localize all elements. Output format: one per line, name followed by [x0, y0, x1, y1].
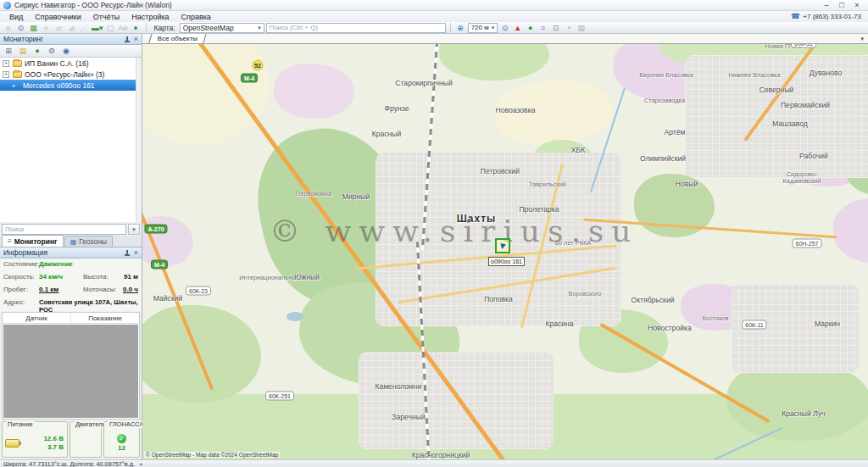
tree-scrollbar[interactable] [136, 58, 142, 222]
home-icon[interactable]: ⌂ [3, 23, 14, 33]
fullscreen-icon[interactable]: ⊡ [550, 23, 561, 33]
track-icon[interactable]: ≈ [41, 23, 52, 33]
global-search-input[interactable] [266, 23, 446, 33]
globe-icon[interactable]: ● [131, 23, 142, 33]
minimap-icon[interactable]: ▤ [576, 23, 587, 33]
toolbar-left-icons: ⌂⊙▦≈▱⊿⋰▬▾▢Ан● [3, 23, 142, 33]
left-panel: Мониторинг × ⊞▤●⚙◉ +ИП Ванин С.А. (16)+О… [0, 34, 142, 459]
folders-icon[interactable]: ▤ [17, 46, 29, 56]
toolbar-right-icons: ⊕720 м▾⊙▲●≡⊡◔▤ [455, 23, 587, 33]
check-icon: ✓ [117, 434, 126, 443]
map-place-label: Верхняя Власовка [639, 71, 693, 79]
search-icon[interactable]: ⊙ [15, 23, 26, 33]
folder-icon [13, 71, 22, 78]
tree-item-label: ИП Ванин С.А. (16) [25, 59, 88, 68]
report-icon[interactable]: ▦ [28, 23, 39, 33]
tree-group-row[interactable]: +ИП Ванин С.А. (16) [0, 58, 142, 69]
tree-search-input[interactable] [2, 224, 126, 235]
history-icon[interactable]: ◔ [563, 23, 574, 33]
height-value: 91 м [124, 273, 138, 281]
state-value: Движение [39, 260, 73, 268]
expand-icon[interactable]: + [3, 71, 9, 78]
map-place-label: Пролетарка [519, 205, 559, 214]
minimize-button[interactable]: – [819, 1, 834, 10]
geofence-icon[interactable]: ▱ [53, 23, 64, 33]
cursor-coordinates: Широта: 47.73113°с.ш. Долгота: 40.08757°… [3, 460, 135, 467]
vehicle-plate-label[interactable]: о090оо 161 [488, 257, 525, 266]
vehicle-menu-icon[interactable]: ▬▾ [92, 23, 103, 33]
tab-monitoring[interactable]: ≡Мониторинг [2, 235, 64, 247]
map-place-label: Красный [372, 130, 402, 138]
status-groups: Питание 12.6 В 3.7 В Двигатель ГЛОНАСС/G… [0, 420, 142, 459]
tree-unit-row[interactable]: ▸Mercedes о090оо 161 [0, 80, 142, 91]
map-provider-value: OpenStreetMap [183, 24, 234, 32]
expand-all-icon[interactable]: ⊞ [3, 46, 14, 56]
close-icon[interactable]: × [134, 249, 138, 257]
close-button[interactable]: × [849, 1, 865, 10]
road-badge: 52 [253, 60, 264, 71]
chevron-down-icon[interactable]: ▾ [860, 36, 864, 42]
map-provider-label: Карта: [154, 24, 175, 32]
road-badge: 60К-251 [265, 392, 294, 401]
map-place-label: Северный [760, 86, 794, 94]
hours-value[interactable]: 0.0 ч [123, 286, 138, 293]
pin-icon[interactable] [124, 249, 131, 257]
follow-icon[interactable]: ◉ [60, 46, 72, 56]
legend-icon[interactable]: ≡ [537, 23, 548, 33]
address-icon[interactable]: Ан [118, 23, 129, 33]
close-icon[interactable]: × [134, 36, 138, 43]
road-badge: М-4 [151, 260, 168, 270]
tab-geozones[interactable]: ▦Геозоны [64, 236, 113, 247]
main-toolbar: ⌂⊙▦≈▱⊿⋰▬▾▢Ан● Карта: OpenStreetMap ▾ ⊕72… [0, 22, 868, 34]
vehicle-marker[interactable]: ▼ [495, 238, 510, 253]
map-place-label: Каменоломни [375, 382, 421, 391]
monitor-icon[interactable]: ▢ [105, 23, 116, 33]
zoom-scale-icon[interactable]: ⊕ [455, 23, 466, 33]
speed-value: 34 км/ч [39, 273, 83, 281]
route-edit-icon[interactable]: ⋰ [79, 23, 90, 33]
mileage-value[interactable]: 0.1 км [39, 286, 83, 293]
show-position-icon[interactable]: ▲ [512, 23, 523, 33]
map-provider-select[interactable]: OpenStreetMap ▾ [180, 23, 264, 33]
chevron-down-icon[interactable]: ▾ [140, 461, 142, 467]
mileage-label: Пробег: [3, 286, 39, 293]
settings-icon[interactable]: ⚙ [46, 46, 58, 56]
vehicle-icon: ▸ [13, 82, 20, 89]
headset-icon: ☎ [791, 13, 800, 20]
menu-item-3[interactable]: Настройка [125, 13, 175, 21]
map-scale-select[interactable]: 720 м▾ [468, 23, 498, 33]
sensors-table: Датчик Показание [2, 312, 140, 420]
route-icon[interactable]: ⊿ [66, 23, 77, 33]
zoom-area-icon[interactable]: ⊙ [499, 23, 510, 33]
window-title: Сириус Навигатор - ООО Ресурс-Лайн (Wial… [14, 1, 172, 9]
globe-layers-icon[interactable]: ● [525, 23, 536, 33]
pin-icon[interactable] [124, 36, 131, 43]
expand-icon[interactable]: + [3, 60, 9, 67]
show-on-map-icon[interactable]: ● [31, 46, 43, 56]
map-place-label: Воровского [569, 290, 602, 297]
sensors-col-value[interactable]: Показание [70, 313, 139, 323]
map-place-label: Новостройка [648, 324, 692, 332]
gnss-satellite-count: 12 [118, 444, 125, 452]
maximize-button[interactable]: □ [834, 1, 849, 10]
power-voltage-backup: 3.7 В [47, 443, 64, 452]
sensors-col-sensor[interactable]: Датчик [3, 313, 70, 323]
menu-item-2[interactable]: Отчёты [87, 13, 125, 21]
map-place-label: Заречный [392, 413, 425, 421]
tab-all-objects[interactable]: Все объекты [148, 34, 207, 43]
monitoring-toolbar: ⊞▤●⚙◉ [0, 45, 142, 58]
address-label: Адрес: [3, 298, 39, 306]
tree-group-row[interactable]: +ООО «Ресурс-Лайн» (3) [0, 69, 142, 80]
list-icon: ≡ [8, 237, 12, 245]
map-tab-strip: Все объекты ▾ [142, 34, 868, 44]
map-place-label: Петровский [481, 167, 520, 175]
map-place-label: Красногорняцкий [412, 451, 470, 459]
menu-item-1[interactable]: Справочники [29, 13, 87, 21]
map-place-label: Старозаводка [644, 97, 685, 104]
menu-item-4[interactable]: Справка [175, 13, 217, 21]
search-filter-button[interactable]: ▼ [128, 224, 140, 235]
title-bar: Сириус Навигатор - ООО Ресурс-Лайн (Wial… [0, 0, 868, 11]
map-place-label: Нижняя Власовка [728, 71, 780, 79]
map-view[interactable]: ШахтыСтарокирпичныйФрунзеКрасныйНовоазов… [142, 34, 868, 459]
menu-item-0[interactable]: Вид [3, 13, 29, 21]
